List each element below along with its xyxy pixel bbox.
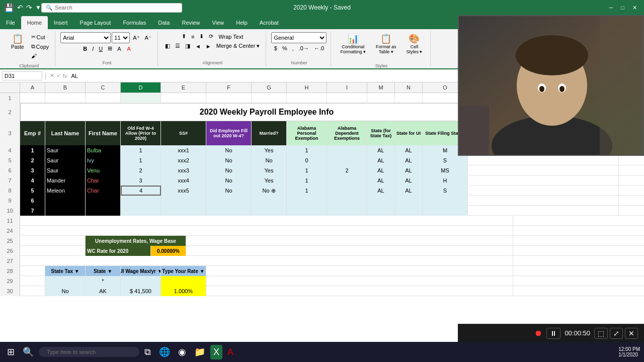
ui-d1-state[interactable]: * (86, 276, 121, 286)
wc-rest[interactable] (186, 246, 513, 256)
increase-decimal-button[interactable]: .0→ (297, 44, 311, 52)
edge-button[interactable]: 🌐 (156, 344, 173, 359)
ui-d2-rate[interactable]: 1.000% (161, 286, 206, 296)
col-header-i[interactable]: I (327, 82, 367, 93)
emp-7-last[interactable] (45, 206, 86, 216)
excel-taskbar-button[interactable]: X (210, 345, 222, 359)
confirm-formula-icon[interactable]: ✓ (56, 72, 61, 79)
ui-d2-state-tax[interactable]: No (45, 286, 86, 296)
font-color-button[interactable]: A (125, 45, 133, 53)
close-recording-button[interactable]: ✕ (625, 328, 638, 339)
header-ss[interactable]: Old Fed W-4 Allow (Prior to 2020) (121, 121, 161, 145)
blank-11[interactable] (20, 216, 513, 226)
align-left-button[interactable]: ◧ (163, 42, 172, 50)
emp-4-num[interactable]: 4 (20, 175, 45, 186)
emp-5-rest[interactable] (468, 186, 619, 196)
align-center-button[interactable]: ☰ (173, 42, 182, 50)
insert-function-icon[interactable]: fx (63, 73, 67, 79)
emp-4-last[interactable]: Mander (45, 175, 86, 186)
emp-6-num[interactable]: 6 (20, 196, 45, 206)
tab-page-layout[interactable]: Page Layout (74, 16, 117, 29)
emp-4-filing[interactable]: H (423, 175, 468, 186)
cell-i1[interactable] (327, 93, 367, 103)
emp-1-first[interactable]: Bulba (86, 145, 121, 155)
ui-header-gap[interactable] (20, 266, 45, 276)
emp-3-ss[interactable]: xxx3 (161, 165, 206, 175)
emp-3-al-dep[interactable]: 2 (327, 165, 367, 175)
emp-2-al-dep[interactable] (327, 155, 367, 165)
emp-6-w4[interactable] (206, 196, 252, 206)
pause-recording-button[interactable]: ⏸ (546, 328, 560, 339)
emp-3-married[interactable]: Yes (252, 165, 287, 175)
emp-5-last[interactable]: Meleon (45, 186, 86, 196)
paste-button[interactable]: 📋 Paste (7, 32, 28, 60)
currency-button[interactable]: $ (272, 44, 279, 52)
emp-7-num[interactable]: 7 (20, 206, 45, 216)
emp-1-last[interactable]: Saur (45, 145, 86, 155)
emp-7-al-personal[interactable] (287, 206, 327, 216)
emp-7-al-dep[interactable] (327, 206, 367, 216)
emp-6-rest[interactable] (468, 196, 619, 206)
col-header-n[interactable]: N (395, 82, 423, 93)
emp-5-num[interactable]: 5 (20, 186, 45, 196)
emp-5-ss[interactable]: xxx5 (161, 186, 206, 196)
emp-3-num[interactable]: 3 (20, 165, 45, 175)
emp-1-al-personal[interactable]: 1 (287, 145, 327, 155)
ui-d1-state-tax[interactable] (45, 276, 86, 286)
tab-formulas[interactable]: Formulas (117, 16, 152, 29)
col-header-f[interactable]: F (206, 82, 252, 93)
unemp-gap[interactable] (20, 236, 86, 246)
emp-4-al-dep[interactable] (327, 175, 367, 186)
font-name-select[interactable]: Arial (60, 32, 111, 43)
col-header-g[interactable]: G (252, 82, 287, 93)
emp-1-allow[interactable]: 1 (121, 145, 161, 155)
cell-d1[interactable] (121, 93, 161, 103)
start-button[interactable]: ⊞ (4, 344, 18, 359)
search-placeholder[interactable]: Search (55, 5, 72, 11)
maximize-btn[interactable]: □ (618, 5, 627, 11)
emp-6-state-ui[interactable] (395, 196, 423, 206)
decrease-decimal-button[interactable]: ←.0 (312, 44, 326, 52)
emp-4-allow[interactable]: 3 (121, 175, 161, 186)
emp-6-state-tax[interactable] (367, 196, 395, 206)
header-al-personal[interactable]: Alabama Personal Exemption (287, 121, 327, 145)
indent-inc-button[interactable]: ► (204, 42, 213, 50)
header-allow[interactable]: SS# (161, 121, 206, 145)
col-header-h[interactable]: H (287, 82, 327, 93)
col-header-a[interactable]: A (20, 82, 45, 93)
emp-2-last[interactable]: Saur (45, 155, 86, 165)
fullscreen-button[interactable]: ⤢ (610, 328, 623, 339)
tab-review[interactable]: Review (176, 16, 206, 29)
cell-n1[interactable] (395, 93, 423, 103)
decrease-font-button[interactable]: A⁻ (143, 34, 153, 42)
emp-5-al-personal[interactable]: 1 (287, 186, 327, 196)
emp-7-married[interactable] (252, 206, 287, 216)
emp-5-w4[interactable]: No (206, 186, 252, 196)
cell-b1[interactable] (45, 93, 86, 103)
comma-button[interactable]: , (290, 44, 296, 52)
wc-gap[interactable] (20, 246, 86, 256)
emp-2-num[interactable]: 2 (20, 155, 45, 165)
emp-2-married[interactable]: No (252, 155, 287, 165)
tab-file[interactable]: File (0, 16, 21, 29)
cut-button[interactable]: ✂ Cut (29, 33, 51, 41)
emp-2-rest[interactable] (468, 155, 619, 165)
explorer-button[interactable]: 📁 (191, 344, 208, 359)
increase-font-button[interactable]: A⁺ (131, 34, 141, 42)
emp-2-al-personal[interactable]: 0 (287, 155, 327, 165)
emp-6-allow[interactable] (121, 196, 161, 206)
emp-2-filing[interactable]: S (423, 155, 468, 165)
col-header-b[interactable]: B (45, 82, 86, 93)
emp-1-state-ui[interactable]: AL (395, 145, 423, 155)
cell-e1[interactable] (161, 93, 206, 103)
emp-1-ss[interactable]: xxx1 (161, 145, 206, 155)
col-header-d[interactable]: D (121, 82, 161, 93)
align-bottom-button[interactable]: ⬇ (197, 32, 206, 41)
emp-5-state-tax[interactable]: AL (367, 186, 395, 196)
tab-view[interactable]: View (206, 16, 230, 29)
emp-3-al-personal[interactable]: 1 (287, 165, 327, 175)
emp-6-married[interactable] (252, 196, 287, 206)
emp-7-ss[interactable] (161, 206, 206, 216)
emp-3-filing[interactable]: MS (423, 165, 468, 175)
header-state-tax[interactable]: State (for State Tax) (367, 121, 395, 145)
